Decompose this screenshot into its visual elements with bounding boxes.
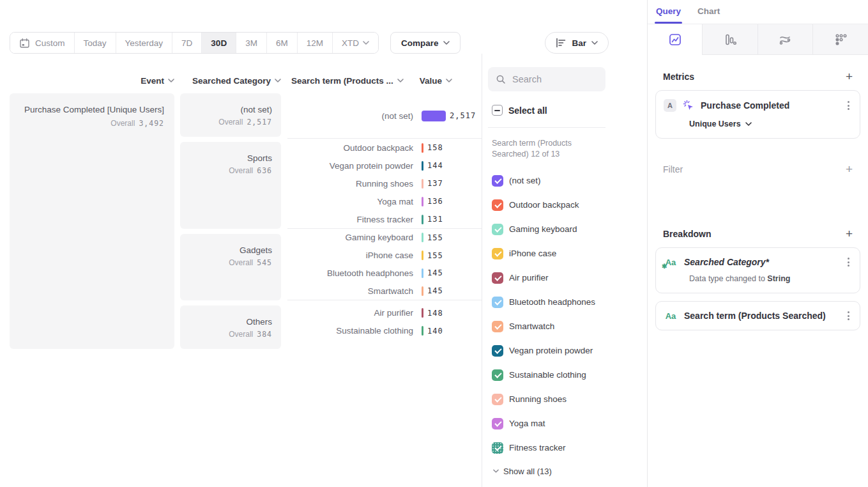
metric-card[interactable]: A Purchase Completed Unique Users	[655, 90, 860, 139]
series-item[interactable]: Running shoes	[492, 387, 605, 412]
report-type-tabs	[648, 24, 868, 55]
select-all-toggle[interactable]: Select all	[492, 105, 605, 116]
value-bar	[422, 197, 423, 206]
value-label: 155	[427, 233, 443, 242]
calendar-icon	[19, 38, 30, 49]
measure-selector[interactable]: Unique Users	[689, 120, 852, 128]
indeterminate-checkbox-icon	[492, 105, 503, 116]
column-header-event[interactable]: Event	[10, 76, 174, 86]
breakdown-menu-button[interactable]	[845, 256, 852, 268]
series-item[interactable]: Outdoor backpack	[492, 193, 605, 217]
add-filter-button[interactable]: +	[846, 163, 853, 175]
series-item-label: Vegan protein powder	[509, 346, 593, 355]
date-range-xtd[interactable]: XTD	[333, 33, 378, 53]
event-cell[interactable]: Purchase Completed [Unique Users] Overal…	[10, 93, 174, 349]
query-sidebar: Query Chart	[647, 0, 868, 487]
term-row[interactable]: Air purifier148	[287, 304, 482, 322]
select-all-label: Select all	[508, 105, 547, 116]
breakdown-card-searched-category[interactable]: Aa✱ Searched Category* Data type changed…	[655, 247, 860, 293]
tab-retention[interactable]	[813, 24, 868, 55]
breakdown-title: Breakdown	[663, 229, 711, 239]
show-all-toggle[interactable]: Show all (13)	[493, 467, 605, 476]
checked-checkbox[interactable]	[492, 297, 503, 308]
value-bar	[422, 286, 423, 296]
chart-type-label: Bar	[572, 38, 586, 48]
checked-checkbox[interactable]	[492, 321, 503, 332]
checked-checkbox[interactable]	[492, 394, 503, 405]
breakdown-menu-button[interactable]	[845, 310, 852, 321]
term-row[interactable]: Yoga mat136	[287, 192, 482, 210]
checked-checkbox[interactable]	[492, 369, 503, 381]
tab-insights[interactable]	[648, 24, 703, 55]
checked-checkbox[interactable]	[492, 248, 503, 259]
term-row[interactable]: Outdoor backpack158	[287, 139, 482, 157]
date-range-yesterday[interactable]: Yesterday	[116, 33, 173, 53]
term-row[interactable]: iPhone case155	[287, 247, 482, 265]
term-row[interactable]: Fitness tracker131	[287, 210, 482, 228]
column-header-category[interactable]: Searched Category	[180, 76, 281, 86]
add-metric-button[interactable]: +	[846, 70, 853, 82]
category-cell[interactable]: GadgetsOverall545	[180, 234, 281, 300]
value-cell: 145	[422, 268, 482, 278]
add-breakdown-button[interactable]: +	[846, 228, 853, 240]
checked-checkbox[interactable]	[492, 199, 503, 211]
term-row[interactable]: (not set)2,517	[287, 107, 482, 125]
tab-query[interactable]: Query	[656, 6, 681, 24]
date-range-6m[interactable]: 6M	[267, 33, 298, 53]
series-filter-panel: Select all Search term (Products Searche…	[482, 54, 647, 487]
term-row[interactable]: Smartwatch145	[287, 282, 482, 300]
tab-flows[interactable]	[758, 24, 813, 55]
compare-button[interactable]: Compare	[390, 32, 461, 54]
series-item[interactable]: Yoga mat	[492, 412, 605, 436]
value-bar	[422, 111, 446, 121]
date-range-today[interactable]: Today	[75, 33, 116, 53]
value-bar	[422, 179, 423, 189]
date-range-control: CustomTodayYesterday7D30D3M6M12MXTD	[10, 32, 379, 54]
term-row[interactable]: Running shoes137	[287, 174, 482, 192]
chevron-down-icon	[493, 469, 499, 473]
breakdown-card-search-term[interactable]: Aa Search term (Products Searched)	[655, 301, 860, 330]
checked-checkbox[interactable]	[492, 224, 503, 235]
series-item[interactable]: Fitness tracker	[492, 436, 605, 460]
series-item-label: Gaming keyboard	[509, 224, 577, 234]
checked-checkbox[interactable]	[492, 345, 503, 357]
value-bar	[422, 215, 423, 224]
category-cell[interactable]: OthersOverall384	[180, 305, 281, 349]
series-item[interactable]: (not set)	[492, 169, 605, 193]
term-row[interactable]: Vegan protein powder144	[287, 157, 482, 174]
category-cell[interactable]: (not set)Overall2,517	[180, 93, 281, 137]
term-row[interactable]: Gaming keyboard155	[287, 229, 482, 247]
term-row[interactable]: Sustainable clothing140	[287, 322, 482, 340]
term-row[interactable]: Bluetooth headphones145	[287, 265, 482, 282]
checked-checkbox[interactable]	[492, 418, 503, 429]
column-header-term[interactable]: Search term (Products ...	[291, 76, 404, 86]
date-range-12m[interactable]: 12M	[298, 33, 333, 53]
checked-checkbox[interactable]	[492, 175, 503, 187]
value-label: 155	[427, 251, 443, 260]
value-label: 131	[427, 215, 443, 224]
chart-type-button[interactable]: Bar	[545, 32, 609, 54]
series-item[interactable]: Sustainable clothing	[492, 363, 605, 387]
series-item[interactable]: Smartwatch	[492, 314, 605, 339]
search-input[interactable]	[512, 74, 589, 84]
date-range-7d[interactable]: 7D	[172, 33, 202, 53]
sidebar-tabs: Query Chart	[648, 0, 868, 24]
date-range-30d[interactable]: 30D	[202, 33, 236, 53]
checked-checkbox[interactable]	[492, 272, 503, 284]
category-overall: Overall2,517	[187, 118, 272, 127]
tab-chart[interactable]: Chart	[697, 6, 720, 24]
series-item[interactable]: Vegan protein powder	[492, 339, 605, 363]
series-item[interactable]: Gaming keyboard	[492, 217, 605, 242]
category-cell[interactable]: SportsOverall636	[180, 142, 281, 229]
column-header-value[interactable]: Value	[420, 76, 452, 86]
date-range-3m[interactable]: 3M	[236, 33, 267, 53]
bar-chart-icon	[556, 38, 567, 48]
series-item[interactable]: Air purifier	[492, 266, 605, 290]
metric-menu-button[interactable]	[845, 100, 852, 111]
tab-funnels[interactable]	[703, 24, 758, 55]
series-item[interactable]: iPhone case	[492, 242, 605, 266]
checked-checkbox[interactable]	[492, 442, 503, 454]
chevron-down-icon	[363, 41, 369, 45]
date-range-custom[interactable]: Custom	[10, 33, 75, 53]
series-item[interactable]: Bluetooth headphones	[492, 290, 605, 314]
